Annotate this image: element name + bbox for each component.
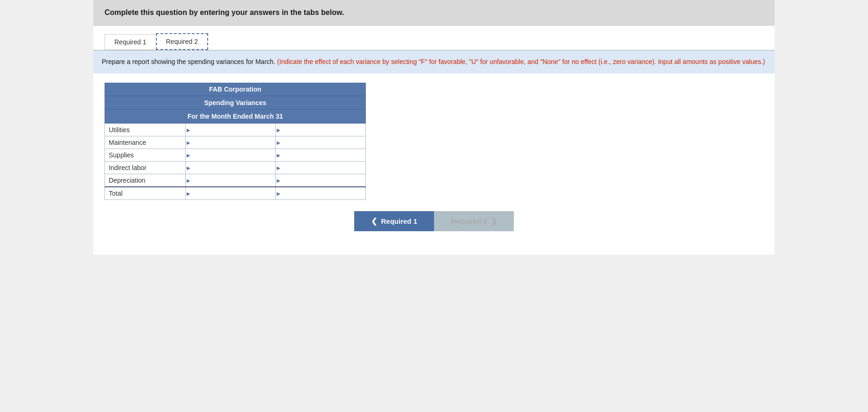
instructions: Prepare a report showing the spending va…: [93, 50, 775, 73]
total-effect-input[interactable]: [278, 188, 364, 199]
supplies-effect-input[interactable]: [278, 150, 364, 160]
bottom-nav: ❮ Required 1 Required 2 ❯: [105, 200, 763, 245]
table-row: Utilities: [105, 124, 366, 136]
row-label-supplies: Supplies: [105, 149, 186, 162]
instructions-detail: (Indicate the effect of each variance by…: [275, 58, 765, 65]
table-row: Indirect labor: [105, 162, 366, 174]
table-row: Supplies: [105, 149, 366, 162]
indirect-labor-value-input[interactable]: [188, 163, 273, 173]
total-effect-cell[interactable]: [275, 187, 365, 200]
header-text: Complete this question by entering your …: [105, 8, 344, 16]
report-table: Utilities Maintenance: [105, 123, 366, 200]
tab-required-1[interactable]: Required 1: [105, 34, 156, 50]
tabs-container: Required 1 Required 2: [93, 26, 775, 50]
row-label-indirect-labor: Indirect labor: [105, 162, 186, 174]
maintenance-effect-cell[interactable]: [275, 136, 365, 149]
next-chevron-icon: ❯: [491, 217, 497, 226]
utilities-value-input[interactable]: [188, 125, 273, 135]
depreciation-effect-input[interactable]: [278, 175, 364, 185]
table-row-total: Total: [105, 187, 366, 200]
utilities-value-cell[interactable]: [185, 124, 275, 136]
supplies-effect-cell[interactable]: [275, 149, 365, 162]
depreciation-value-cell[interactable]: [185, 174, 275, 187]
supplies-value-cell[interactable]: [185, 149, 275, 162]
header-banner: Complete this question by entering your …: [93, 0, 775, 26]
total-value-input[interactable]: [188, 188, 273, 199]
report-title-line2: Spending Variances: [105, 96, 366, 110]
row-label-depreciation: Depreciation: [105, 174, 186, 187]
report-title-line1: FAB Corporation: [105, 83, 366, 96]
row-label-maintenance: Maintenance: [105, 136, 186, 149]
row-label-utilities: Utilities: [105, 124, 186, 136]
prev-button-label: Required 1: [381, 217, 417, 225]
prev-chevron-icon: ❮: [371, 217, 377, 226]
total-value-cell[interactable]: [185, 187, 275, 200]
report-title-line3: For the Month Ended March 31: [105, 110, 366, 123]
maintenance-value-input[interactable]: [188, 137, 273, 148]
utilities-effect-cell[interactable]: [275, 124, 365, 136]
indirect-labor-effect-cell[interactable]: [275, 162, 365, 174]
next-button-label: Required 2: [451, 217, 487, 225]
indirect-labor-effect-input[interactable]: [278, 163, 364, 173]
maintenance-effect-input[interactable]: [278, 137, 364, 148]
row-label-total: Total: [105, 187, 186, 200]
prev-button[interactable]: ❮ Required 1: [354, 211, 434, 231]
table-row: Depreciation: [105, 174, 366, 187]
instructions-prefix: Prepare a report showing the spending va…: [102, 58, 275, 65]
depreciation-value-input[interactable]: [188, 175, 273, 185]
table-row: Maintenance: [105, 136, 366, 149]
maintenance-value-cell[interactable]: [185, 136, 275, 149]
indirect-labor-value-cell[interactable]: [185, 162, 275, 174]
depreciation-effect-cell[interactable]: [275, 174, 365, 187]
content-area: FAB Corporation Spending Variances For t…: [93, 73, 775, 255]
utilities-effect-input[interactable]: [278, 125, 364, 135]
tab-required-2[interactable]: Required 2: [156, 33, 209, 50]
report-header: FAB Corporation Spending Variances For t…: [105, 83, 366, 123]
supplies-value-input[interactable]: [188, 150, 273, 160]
report-wrapper: FAB Corporation Spending Variances For t…: [105, 83, 366, 200]
next-button[interactable]: Required 2 ❯: [434, 211, 514, 231]
